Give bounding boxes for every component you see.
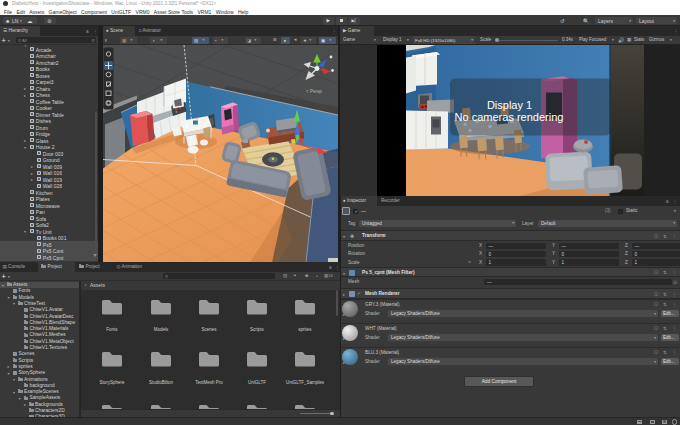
svg-text:No cameras rendering: No cameras rendering (455, 110, 564, 122)
svg-text:< Persp: < Persp (306, 88, 322, 93)
svg-text:Display 1: Display 1 (487, 98, 532, 110)
